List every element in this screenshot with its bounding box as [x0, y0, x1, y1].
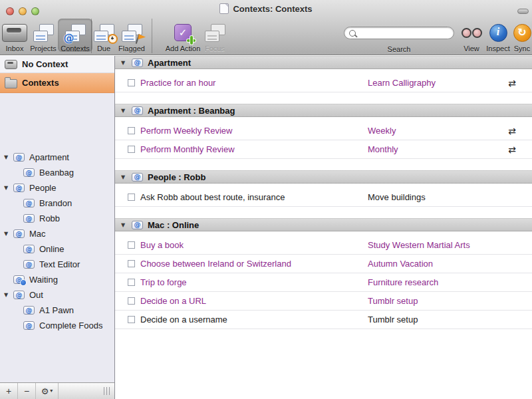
group-header[interactable]: ▼@Apartment : Beanbag [115, 104, 532, 117]
task-title: Trip to forge [140, 277, 187, 287]
projects-button[interactable]: Projects [28, 19, 59, 53]
sidebar-item-label: Mac [29, 229, 46, 239]
task-title: Decide on a username [140, 315, 227, 325]
disclosure-triangle-icon[interactable]: ▼ [4, 292, 13, 298]
sidebar-item-complete-foods[interactable]: @Complete Foods [0, 318, 114, 333]
sync-button[interactable]: ↻ Sync [511, 19, 532, 53]
contexts-icon: @ [65, 22, 86, 43]
sidebar-item-contexts[interactable]: Contexts [0, 73, 114, 93]
disclosure-triangle-icon[interactable]: ▼ [121, 222, 128, 228]
task-group-apartment-beanbag: ▼@Apartment : BeanbagPerform Weekly Revi… [115, 104, 532, 159]
document-icon [219, 3, 229, 14]
task-row[interactable]: Decide on a URLTumblr setup [115, 292, 532, 311]
task-checkbox[interactable] [128, 260, 135, 267]
task-project-label: Tumblr setup [368, 296, 418, 306]
add-action-button[interactable]: ✓ Add Action [164, 19, 201, 53]
context-icon: @ [23, 245, 35, 253]
repeat-icon: ⇄ [508, 126, 516, 136]
disclosure-triangle-icon[interactable]: ▼ [4, 154, 13, 160]
task-group-apartment: ▼@ApartmentPractice for an hourLearn Cal… [115, 56, 532, 92]
task-row[interactable]: Practice for an hourLearn Calligraphy⇄ [115, 74, 532, 92]
add-action-label: Add Action [166, 45, 201, 53]
sidebar-item-apartment[interactable]: ▼@Apartment [0, 150, 114, 165]
sync-icon: ↻ [513, 22, 531, 43]
sidebar-item-text-editor[interactable]: @Text Editor [0, 257, 114, 272]
sidebar-item-label: Complete Foods [39, 321, 102, 331]
sidebar-resize-handle[interactable] [104, 387, 110, 395]
sidebar-item-label: Out [29, 290, 43, 300]
sidebar-item-label: Robb [39, 213, 60, 223]
add-context-button[interactable]: + [0, 383, 18, 399]
sidebar-item-people[interactable]: ▼@People [0, 180, 114, 196]
group-title: Apartment [148, 58, 191, 68]
task-row[interactable]: Buy a bookStudy Western Martial Arts [115, 236, 532, 255]
traffic-lights [6, 7, 39, 15]
zoom-button[interactable] [31, 7, 39, 15]
task-checkbox[interactable] [128, 297, 135, 305]
search-input[interactable] [358, 27, 464, 39]
task-checkbox[interactable] [128, 79, 135, 86]
sidebar-item-beanbag[interactable]: @Beanbag [0, 165, 114, 180]
task-checkbox[interactable] [128, 194, 135, 201]
inbox-label: Inbox [6, 45, 24, 53]
window-title: Contexts: Contexts [233, 4, 312, 14]
info-icon: i [489, 22, 507, 43]
group-header[interactable]: ▼@Apartment [115, 56, 532, 69]
close-button[interactable] [6, 7, 14, 15]
sidebar-item-mac[interactable]: ▼@Mac [0, 226, 114, 241]
task-group-people-robb: ▼@People : RobbAsk Robb about best route… [115, 170, 532, 207]
inbox-button[interactable]: Inbox [1, 19, 28, 53]
task-title: Practice for an hour [140, 78, 215, 88]
disclosure-triangle-icon[interactable]: ▼ [121, 60, 128, 66]
no-context-tray-icon [5, 60, 17, 69]
task-row[interactable]: Decide on a usernameTumblr setup [115, 311, 532, 329]
task-row[interactable]: Trip to forgeFurniture research [115, 273, 532, 292]
disclosure-triangle-icon[interactable]: ▼ [4, 185, 13, 191]
group-body: Ask Robb about best route, insuranceMove… [115, 184, 532, 207]
sidebar-item-no-context[interactable]: No Context [0, 56, 114, 73]
binoculars-icon [462, 22, 482, 43]
group-title: Apartment : Beanbag [148, 106, 235, 116]
sidebar-item-brandon[interactable]: @Brandon [0, 196, 114, 211]
disclosure-triangle-icon[interactable]: ▼ [121, 108, 128, 114]
search-field[interactable] [344, 27, 454, 39]
group-header[interactable]: ▼@People : Robb [115, 170, 532, 184]
minimize-button[interactable] [19, 7, 27, 15]
toolbar-toggle-button[interactable] [517, 9, 529, 14]
due-button[interactable]: Due [92, 19, 115, 53]
view-button[interactable]: View [460, 19, 483, 53]
task-list: ▼@ApartmentPractice for an hourLearn Cal… [115, 56, 532, 399]
action-menu-button[interactable]: ⚙ ▾ [36, 383, 59, 399]
task-checkbox[interactable] [128, 241, 135, 249]
context-icon: @ [13, 291, 25, 299]
contexts-button[interactable]: @ Contexts [60, 19, 90, 53]
task-project-label: Monthly [368, 144, 398, 154]
sidebar-item-robb[interactable]: @Robb [0, 211, 114, 226]
inspect-button[interactable]: i Inspect [484, 19, 512, 53]
task-checkbox[interactable] [128, 146, 135, 153]
context-icon: @ [13, 184, 25, 192]
search-icon [349, 30, 356, 37]
task-row[interactable]: Choose between Ireland or SwitzerlandAut… [115, 255, 532, 273]
task-row[interactable]: Perform Monthly ReviewMonthly⇄ [115, 140, 532, 159]
remove-context-button[interactable]: − [18, 383, 36, 399]
context-icon: @ [23, 199, 35, 207]
sidebar-item-label: Apartment [29, 152, 69, 162]
sidebar-item-online[interactable]: @Online [0, 241, 114, 257]
sidebar-item-a1-pawn[interactable]: @A1 Pawn [0, 303, 114, 318]
task-checkbox[interactable] [128, 279, 135, 286]
task-project-label: Study Western Martial Arts [368, 240, 470, 250]
toolbar-separator [91, 19, 92, 53]
task-checkbox[interactable] [128, 127, 135, 134]
context-icon: @ [23, 168, 35, 177]
sidebar-item-out[interactable]: ▼@Out [0, 287, 114, 303]
disclosure-triangle-icon[interactable]: ▼ [121, 174, 128, 180]
task-row[interactable]: Perform Weekly ReviewWeekly⇄ [115, 122, 532, 140]
disclosure-triangle-icon[interactable]: ▼ [4, 231, 13, 237]
task-row[interactable]: Ask Robb about best route, insuranceMove… [115, 188, 532, 207]
task-checkbox[interactable] [128, 316, 135, 323]
sidebar-item-waiting[interactable]: @Waiting [0, 272, 114, 287]
group-header[interactable]: ▼@Mac : Online [115, 218, 532, 231]
flagged-button[interactable]: Flagged [115, 19, 148, 53]
no-context-label: No Context [22, 59, 68, 69]
